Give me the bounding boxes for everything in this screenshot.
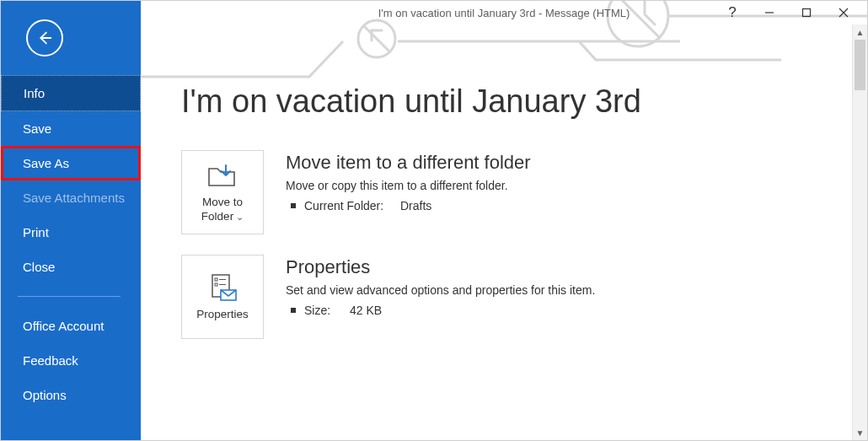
button-label-line2: Folder [201,210,233,223]
current-folder-row: Current Folder: Drafts [286,199,531,212]
scroll-up-arrow[interactable]: ▲ [853,24,867,40]
section-description: Move or copy this item to a different fo… [286,179,531,192]
bullet-icon [291,203,296,208]
main-area: I'm on vacation until January 3rd - Mess… [141,1,867,440]
size-row: Size: 42 KB [286,304,595,317]
maximize-button[interactable] [788,1,825,24]
current-folder-key: Current Folder: [304,199,392,212]
section-title: Move item to a different folder [286,152,531,174]
move-folder-icon [206,162,239,189]
current-folder-value: Drafts [400,199,431,212]
sidebar-item-print[interactable]: Print [1,215,141,250]
maximize-icon [801,8,812,18]
sidebar-separator [18,296,121,297]
sidebar-item-label: Feedback [23,353,78,368]
page-title: I'm on vacation until January 3rd [181,83,833,120]
svg-rect-4 [803,9,811,17]
arrow-left-icon [35,29,54,47]
minimize-icon [764,8,774,18]
move-section: Move to Folder⌄ Move item to a different… [181,150,833,234]
button-label-line1: Move to [202,196,243,208]
section-title: Properties [286,256,595,278]
close-button[interactable] [825,1,862,24]
sidebar-item-label: Close [23,260,55,274]
minimize-button[interactable] [751,1,788,24]
sidebar-item-info[interactable]: Info [1,75,141,111]
scroll-down-arrow[interactable]: ▼ [853,425,867,440]
sidebar-item-label: Save Attachments [23,191,125,205]
sidebar-item-label: Options [23,388,67,402]
properties-button[interactable]: Properties [181,255,264,339]
sidebar-item-options[interactable]: Options [1,378,141,412]
sidebar-item-save-as[interactable]: Save As [1,146,141,180]
chevron-down-icon: ⌄ [236,212,244,222]
back-button[interactable] [26,19,63,56]
sidebar-item-label: Save [23,121,51,136]
vertical-scrollbar[interactable]: ▲ ▼ [852,24,867,440]
size-value: 42 KB [350,304,382,317]
sidebar-item-label: Office Account [23,319,104,333]
properties-icon [206,273,239,302]
sidebar-item-label: Print [23,225,49,239]
close-icon [839,8,849,18]
title-bar: I'm on vacation until January 3rd - Mess… [141,1,867,24]
scroll-thumb[interactable] [855,40,865,90]
svg-rect-6 [215,278,217,281]
help-button[interactable]: ? [714,1,751,24]
sidebar-item-label: Info [24,86,45,100]
bullet-icon [291,308,296,313]
svg-rect-8 [215,283,217,286]
sidebar-item-office-account[interactable]: Office Account [1,309,141,343]
sidebar-item-feedback[interactable]: Feedback [1,343,141,378]
move-to-folder-button[interactable]: Move to Folder⌄ [181,150,264,234]
backstage-sidebar: Info Save Save As Save Attachments Print… [1,1,141,440]
section-description: Set and view advanced options and proper… [286,283,595,297]
sidebar-item-save-attachments: Save Attachments [1,180,141,215]
size-key: Size: [304,304,341,317]
sidebar-item-save[interactable]: Save [1,111,141,146]
properties-section: Properties Properties Set and view advan… [181,255,833,339]
info-page: I'm on vacation until January 3rd Move t… [141,24,867,339]
window-title: I'm on vacation until January 3rd - Mess… [378,7,630,19]
window: Info Save Save As Save Attachments Print… [0,0,868,441]
sidebar-item-label: Save As [23,156,69,170]
sidebar-item-close[interactable]: Close [1,250,141,284]
button-label: Properties [196,308,249,320]
